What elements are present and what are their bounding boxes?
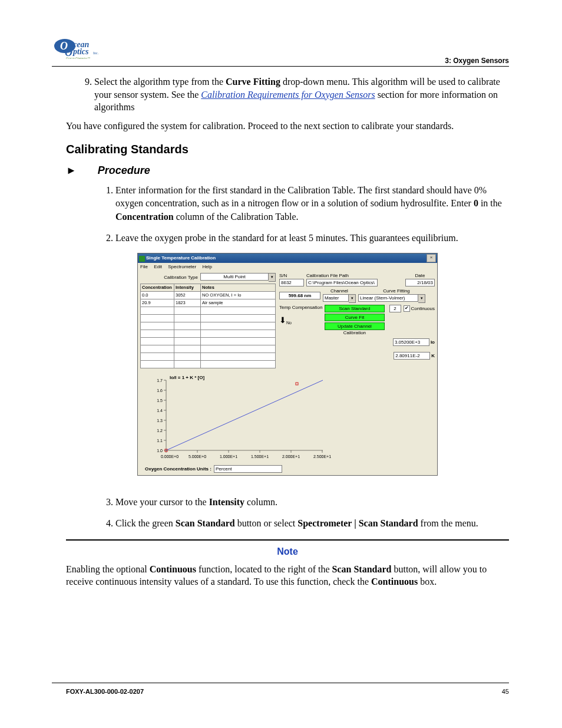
curve-fit-button[interactable]: Curve Fit (325, 314, 384, 321)
footer-pagenum: 45 (502, 688, 509, 695)
date-field[interactable]: 2/18/03 (405, 279, 435, 286)
sn-label: S/N (279, 273, 304, 278)
svg-text:5.000E+0: 5.000E+0 (189, 454, 206, 459)
col-concentration: Concentration (141, 284, 174, 291)
window-title: Single Temperature Calibration (146, 255, 216, 261)
table-row (141, 330, 276, 337)
col-intensity: Intensity (174, 284, 201, 291)
proc-step-3: Move your cursor to the Intensity column… (115, 496, 509, 509)
table-row (141, 353, 276, 360)
svg-text:2.500E+1: 2.500E+1 (313, 454, 331, 459)
step-9: Select the algorithm type from the Curve… (94, 75, 509, 114)
filepath-field[interactable]: C:\Program Files\Ocean Optics\ (306, 279, 378, 286)
svg-text:1.3: 1.3 (157, 419, 163, 423)
col-notes: Notes (201, 284, 276, 291)
proc-step-2: Leave the oxygen probe in the standard f… (115, 232, 509, 245)
units-label: Oxygen Concentration Units : (145, 466, 211, 472)
procedure-heading: ►Procedure (66, 164, 509, 177)
svg-text:1.5: 1.5 (157, 398, 163, 403)
table-row (141, 307, 276, 314)
menu-file[interactable]: File (140, 264, 148, 269)
scan-standard-button[interactable]: Scan Standard (325, 305, 384, 312)
channel-label: Channel (323, 288, 356, 294)
svg-text:1.2: 1.2 (157, 429, 163, 433)
table-row (141, 322, 276, 330)
channel-select[interactable]: Master (323, 294, 349, 302)
wavelength-field: 599.68 nm (279, 292, 320, 299)
app-window: Single Temperature Calibration × File Ed… (137, 253, 438, 476)
calibrating-standards-heading: Calibrating Standards (66, 143, 509, 156)
k-label: K (431, 353, 435, 358)
proc-step-1: Enter information for the first standard… (115, 184, 509, 223)
calibration-req-link[interactable]: Calibration Requirements for Oxygen Sens… (201, 90, 375, 100)
io-label: Io (431, 340, 435, 345)
down-arrow-icon: ⬇ (279, 315, 286, 325)
tempcomp-toggle[interactable]: No (286, 321, 292, 325)
svg-text:Io/I = 1 + K * [O]: Io/I = 1 + K * [O] (170, 375, 204, 380)
continuous-checkbox[interactable]: ✔ (404, 305, 410, 312)
chevron-down-icon[interactable]: ▾ (349, 294, 356, 303)
update-calibration-button[interactable]: Update Channel Calibration (325, 322, 384, 330)
footer-docid: FOXY-AL300-000-02-0207 (66, 688, 144, 695)
curvefit-select[interactable]: Linear (Stern-Volmer) (358, 294, 418, 302)
tempcomp-label: Temp Compensation (279, 305, 322, 310)
calibration-table[interactable]: Concentration Intensity Notes 0.03052NO … (140, 284, 276, 368)
svg-text:1.7: 1.7 (157, 378, 163, 383)
k-value: 2.80911E-2 (394, 352, 430, 360)
menubar: File Edit Spectrometer Help (138, 263, 437, 271)
std-number: 2 (389, 305, 401, 312)
svg-text:2.000E+1: 2.000E+1 (282, 454, 300, 459)
chevron-down-icon[interactable]: ▾ (269, 273, 276, 282)
header-rule (52, 66, 509, 67)
table-row (141, 314, 276, 322)
svg-text:O: O (65, 47, 72, 58)
note-rule-top (66, 539, 509, 541)
svg-rect-40 (296, 383, 298, 385)
table-row (141, 337, 276, 345)
svg-text:1.500E+1: 1.500E+1 (251, 454, 269, 459)
units-field[interactable]: Percent (214, 465, 282, 473)
brand-logo: cean ptics Inc. First in Photonics™ O O (52, 37, 117, 60)
svg-text:0.000E+0: 0.000E+0 (161, 454, 178, 459)
cal-type-select[interactable]: Multi Point (200, 273, 269, 281)
post-step9-para: You have configured the system for calib… (66, 120, 509, 133)
cal-type-label: Calibration Type (164, 275, 198, 280)
svg-line-38 (166, 380, 323, 450)
table-row: 0.03052NO OXYGEN, I = Io (141, 291, 276, 299)
calibration-plot: Io/I = 1 + K * [O] 1.7 1.6 1.5 1.4 1.3 1… (146, 372, 429, 460)
menu-edit[interactable]: Edit (154, 264, 162, 269)
filepath-label: Calibration File Path (306, 273, 403, 278)
titlebar: Single Temperature Calibration × (138, 253, 437, 263)
note-heading: Note (66, 546, 509, 557)
svg-text:1.0: 1.0 (157, 449, 163, 453)
continuous-label: Continuous (411, 306, 435, 311)
curvefit-label: Curve Fitting (358, 288, 435, 294)
svg-text:1.1: 1.1 (157, 439, 163, 443)
io-value: 3.05200E+3 (393, 338, 429, 346)
table-row (141, 360, 276, 368)
header-section: 3: Oxygen Sensors (445, 57, 509, 65)
note-body: Enabling the optional Continuous functio… (66, 563, 509, 588)
table-row: 20.91823Air sample (141, 299, 276, 307)
svg-text:1.6: 1.6 (157, 388, 163, 393)
close-icon[interactable]: × (427, 254, 436, 262)
sn-field[interactable]: 8632 (279, 279, 304, 286)
svg-text:Inc.: Inc. (93, 51, 99, 55)
table-row (141, 345, 276, 353)
menu-help[interactable]: Help (202, 264, 211, 269)
date-label: Date (405, 273, 435, 278)
procedure-arrow-icon: ► (66, 164, 77, 176)
chevron-down-icon[interactable]: ▾ (418, 294, 425, 303)
svg-text:ptics: ptics (72, 47, 89, 56)
proc-step-4: Click the green Scan Standard button or … (115, 517, 509, 530)
footer-rule (52, 683, 509, 683)
svg-text:1.000E+1: 1.000E+1 (220, 454, 237, 459)
svg-text:1.4: 1.4 (157, 409, 163, 413)
menu-spectrometer[interactable]: Spectrometer (168, 264, 196, 269)
app-icon (139, 256, 145, 262)
